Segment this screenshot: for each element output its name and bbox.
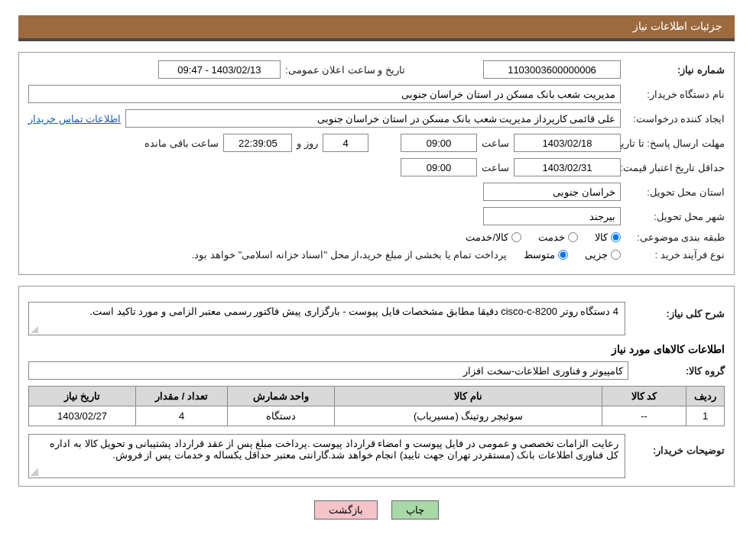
cell-name: سوئیچر روتینگ (مسیریاب) — [335, 406, 602, 426]
items-section-title: اطلاعات کالاهای مورد نیاز — [28, 343, 725, 355]
th-unit: واحد شمارش — [228, 387, 335, 406]
buyer-org-field: مدیریت شعب بانک مسکن در استان خراسان جنو… — [28, 85, 621, 103]
price-date-field: 1403/02/31 — [514, 158, 621, 176]
th-qty: تعداد / مقدار — [136, 387, 228, 406]
buyer-org-label: نام دستگاه خریدار: — [625, 89, 725, 100]
remaining-label: ساعت باقی مانده — [144, 138, 219, 149]
radio-goods[interactable]: کالا — [595, 231, 621, 243]
countdown-field: 22:39:05 — [223, 134, 292, 152]
buyer-desc-label: توضیحات خریدار: — [633, 434, 725, 456]
items-table: ردیف کد کالا نام کالا واحد شمارش تعداد /… — [28, 386, 725, 426]
delivery-city-label: شهر محل تحویل: — [625, 211, 725, 222]
print-button[interactable]: چاپ — [391, 500, 439, 520]
radio-goods-service[interactable]: کالا/خدمت — [466, 231, 521, 243]
th-row: ردیف — [686, 387, 725, 406]
cell-unit: دستگاه — [228, 406, 335, 426]
th-date: تاریخ نیاز — [29, 387, 136, 406]
detail-panel: شرح کلی نیاز: 4 دستگاه روتر cisco-c-8200… — [18, 286, 735, 487]
days-label: روز و — [297, 138, 318, 149]
resize-grip-icon — [31, 468, 38, 476]
button-row: چاپ بازگشت — [18, 500, 735, 520]
radio-medium[interactable]: متوسط — [524, 249, 568, 261]
cell-date: 1403/02/27 — [29, 406, 136, 426]
contact-link[interactable]: اطلاعات تماس خریدار — [28, 113, 121, 125]
announce-label: تاریخ و ساعت اعلان عمومی: — [285, 64, 405, 76]
radio-minor[interactable]: جزیی — [585, 249, 621, 261]
th-code: کد کالا — [602, 387, 686, 406]
back-button[interactable]: بازگشت — [314, 500, 378, 520]
delivery-province-field: خراسان جنوبی — [483, 183, 621, 201]
info-panel: شماره نیاز: 1103003600000006 تاریخ و ساع… — [18, 52, 735, 275]
cell-row: 1 — [686, 406, 725, 426]
summary-field: 4 دستگاه روتر cisco-c-8200 دقیقا مطابق م… — [28, 302, 625, 335]
table-row: 1 -- سوئیچر روتینگ (مسیریاب) دستگاه 4 14… — [29, 406, 725, 426]
delivery-city-field: بیرجند — [483, 207, 621, 225]
reply-time-field: 09:00 — [401, 134, 477, 152]
page-header: جزئیات اطلاعات نیاز — [18, 15, 735, 41]
announce-value: 1403/02/13 - 09:47 — [158, 60, 281, 79]
time-label-1: ساعت — [482, 138, 509, 149]
page-title: جزئیات اطلاعات نیاز — [633, 20, 722, 32]
time-label-2: ساعت — [482, 162, 509, 173]
purchase-type-label: نوع فرآیند خرید : — [625, 249, 725, 261]
days-remaining-field: 4 — [323, 134, 368, 152]
reply-date-field: 1403/02/18 — [514, 134, 621, 152]
classification-label: طبقه بندی موضوعی: — [625, 231, 725, 243]
resize-grip-icon — [31, 325, 38, 333]
need-number-field: 1103003600000006 — [483, 60, 621, 79]
need-number-label: شماره نیاز: — [625, 64, 725, 76]
requester-label: ایجاد کننده درخواست: — [625, 113, 725, 125]
group-field: کامپیوتر و فناوری اطلاعات-سخت افزار — [28, 361, 628, 380]
th-name: نام کالا — [335, 387, 602, 406]
price-time-field: 09:00 — [401, 158, 477, 176]
radio-service[interactable]: خدمت — [538, 231, 578, 243]
summary-label: شرح کلی نیاز: — [633, 302, 725, 319]
price-validity-label: حداقل تاریخ اعتبار قیمت: تا تاریخ: — [602, 162, 725, 173]
requester-field: علی قائمی کارپرداز مدیریت شعب بانک مسکن … — [125, 109, 621, 128]
buyer-desc-field: رعایت الزامات تخصصی و عمومی در فایل پیوس… — [28, 434, 625, 478]
cell-code: -- — [602, 406, 686, 426]
purchase-note: پرداخت تمام یا بخشی از مبلغ خرید،از محل … — [192, 249, 507, 261]
delivery-province-label: استان محل تحویل: — [625, 186, 725, 198]
group-label: گروه کالا: — [633, 365, 725, 377]
reply-deadline-label: مهلت ارسال پاسخ: تا تاریخ: — [625, 138, 725, 149]
cell-qty: 4 — [136, 406, 228, 426]
